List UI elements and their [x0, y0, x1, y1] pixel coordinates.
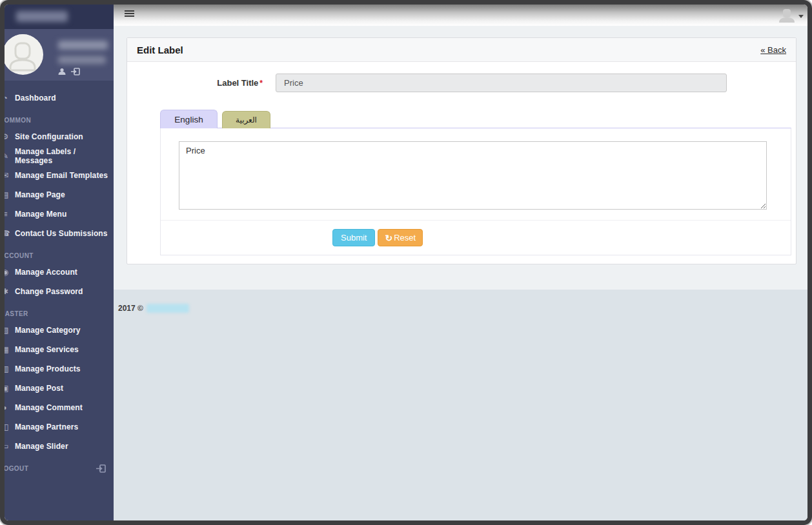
- key-icon: ✱: [5, 287, 10, 296]
- sidebar-section-master: MASTER: [5, 306, 114, 321]
- label-title-label: Label Title*: [127, 78, 263, 88]
- settings-icon: ⚙: [5, 132, 10, 141]
- sidebar-item-label: Contact Us Submissions: [15, 229, 108, 238]
- products-icon: ▥: [5, 364, 10, 373]
- tab-content: Price Submit ↻ Reset: [160, 128, 791, 255]
- sidebar-section-common: COMMON: [5, 113, 114, 127]
- sidebar-item-manage-products[interactable]: ▥ Manage Products: [5, 359, 114, 379]
- language-tabs: English العربية: [160, 110, 796, 128]
- sidebar-item-label: Manage Products: [15, 364, 81, 373]
- sidebar-item-label: Manage Partners: [15, 422, 78, 431]
- sidebar-item-label: Manage Labels / Messages: [15, 147, 114, 165]
- sidebar-item-contact-us-submissions[interactable]: ☎ Contact Us Submissions: [5, 224, 114, 243]
- user-name-redacted: [58, 41, 108, 50]
- required-asterisk: *: [259, 79, 263, 88]
- sidebar-item-label: Manage Post: [15, 384, 63, 393]
- dashboard-icon: ◔: [5, 94, 10, 103]
- panel-body: Label Title* English العربية Price: [127, 62, 796, 255]
- user-role-redacted: [58, 56, 106, 64]
- sidebar-toggle-icon[interactable]: [125, 10, 134, 18]
- sidebar-item-label: Site Configuration: [15, 132, 83, 141]
- sidebar-item-label: Manage Category: [15, 326, 81, 335]
- sidebar-item-manage-labels-messages[interactable]: ✎ Manage Labels / Messages: [5, 146, 114, 166]
- phone-icon: ☎: [5, 229, 10, 238]
- edit-label-panel: Edit Label « Back Label Title* English: [127, 37, 797, 264]
- sidebar-item-label: Manage Email Templates: [15, 171, 108, 180]
- sidebar: ◔ Dashboard COMMON ⚙ Site Configuration …: [5, 5, 114, 520]
- sidebar-section-account: ACCOUNT: [5, 248, 114, 262]
- profile-logout-icon[interactable]: [71, 68, 80, 75]
- submit-button[interactable]: Submit: [332, 229, 375, 246]
- avatar: [5, 34, 43, 75]
- label-title-row: Label Title*: [127, 74, 796, 92]
- form-divider: [161, 220, 791, 221]
- form-actions: Submit ↻ Reset: [179, 229, 773, 246]
- label-title-input[interactable]: [276, 74, 727, 92]
- brand-name-redacted: [147, 304, 189, 313]
- page-title: Edit Label: [137, 45, 183, 55]
- services-icon: ▦: [5, 345, 10, 354]
- sidebar-item-manage-page[interactable]: ▤ Manage Page: [5, 185, 114, 204]
- sidebar-item-label: Manage Account: [15, 268, 77, 277]
- logout-icon: [96, 464, 106, 473]
- sidebar-item-manage-menu[interactable]: ≡ Manage Menu: [5, 204, 114, 224]
- sidebar-item-label: Manage Comment: [15, 403, 83, 412]
- partners-icon: ◫: [5, 422, 10, 431]
- copyright-text: 2017 ©: [118, 304, 143, 313]
- sidebar-item-logout[interactable]: LOGOUT: [5, 461, 114, 475]
- app-window: ◔ Dashboard COMMON ⚙ Site Configuration …: [0, 0, 812, 525]
- menu-list-icon: ≡: [5, 210, 10, 219]
- sidebar-item-label: Manage Services: [15, 345, 79, 354]
- user-menu[interactable]: [778, 8, 804, 23]
- page-icon: ▤: [5, 190, 10, 199]
- main-area: Edit Label « Back Label Title* English: [114, 5, 807, 520]
- slider-icon: ▭: [5, 442, 10, 451]
- reset-button[interactable]: ↻ Reset: [378, 229, 423, 246]
- panel-header: Edit Label « Back: [127, 38, 796, 62]
- label-value-textarea[interactable]: Price: [179, 141, 767, 210]
- sidebar-menu: ◔ Dashboard COMMON ⚙ Site Configuration …: [5, 81, 114, 520]
- sidebar-item-site-configuration[interactable]: ⚙ Site Configuration: [5, 127, 114, 146]
- sidebar-item-manage-comment[interactable]: ◗ Manage Comment: [5, 398, 114, 417]
- account-icon: ◉: [5, 268, 10, 277]
- reset-icon: ↻: [385, 233, 392, 243]
- sidebar-item-manage-services[interactable]: ▦ Manage Services: [5, 340, 114, 359]
- sidebar-item-label: Dashboard: [15, 94, 56, 103]
- back-link[interactable]: « Back: [760, 45, 786, 55]
- tab-english[interactable]: English: [160, 110, 218, 128]
- category-icon: ▧: [5, 326, 10, 335]
- content: Edit Label « Back Label Title* English: [114, 26, 807, 520]
- topbar: [114, 5, 807, 26]
- user-silhouette-icon: [778, 8, 796, 23]
- sidebar-item-manage-account[interactable]: ◉ Manage Account: [5, 262, 114, 282]
- tab-arabic[interactable]: العربية: [222, 111, 270, 128]
- user-profile-panel: [5, 29, 114, 81]
- sidebar-item-label: Change Password: [15, 287, 83, 296]
- sidebar-item-label: Manage Menu: [15, 210, 66, 219]
- sidebar-item-manage-category[interactable]: ▧ Manage Category: [5, 321, 114, 340]
- sidebar-item-label: Manage Page: [15, 190, 65, 199]
- chevron-down-icon: [798, 15, 804, 18]
- brand-logo-redacted: [16, 11, 68, 22]
- pencil-icon: ✎: [5, 152, 10, 161]
- profile-user-icon[interactable]: [58, 68, 66, 75]
- sidebar-item-manage-post[interactable]: ▣ Manage Post: [5, 379, 114, 398]
- envelope-icon: ✉: [5, 171, 10, 180]
- content-sheet: Edit Label « Back Label Title* English: [114, 26, 807, 290]
- sidebar-item-manage-slider[interactable]: ▭ Manage Slider: [5, 437, 114, 456]
- sidebar-item-manage-email-templates[interactable]: ✉ Manage Email Templates: [5, 166, 114, 185]
- sidebar-item-label: Manage Slider: [15, 442, 68, 451]
- sidebar-item-manage-partners[interactable]: ◫ Manage Partners: [5, 417, 114, 437]
- sidebar-item-change-password[interactable]: ✱ Change Password: [5, 282, 114, 301]
- comment-icon: ◗: [5, 403, 10, 412]
- post-icon: ▣: [5, 384, 10, 393]
- sidebar-item-dashboard[interactable]: ◔ Dashboard: [5, 88, 114, 108]
- footer: 2017 ©: [114, 290, 807, 313]
- logo-bar: [5, 5, 114, 29]
